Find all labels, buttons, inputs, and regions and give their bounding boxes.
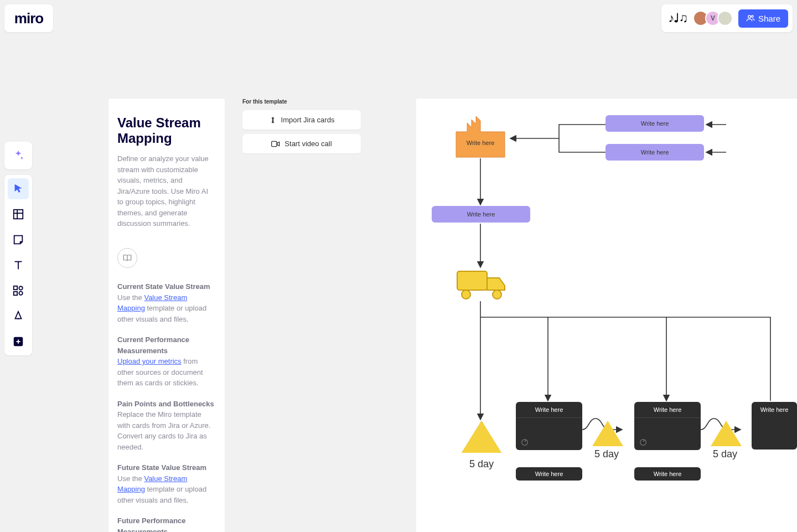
svg-point-14 (19, 286, 22, 290)
shapes-tool[interactable] (8, 280, 29, 301)
guide-card: Current State Value Stream Use the Value… (108, 239, 225, 532)
guide-heading: Future Performance Measurements (117, 515, 216, 532)
select-tool[interactable] (8, 178, 29, 199)
truck-icon[interactable] (456, 268, 507, 303)
dark-node-title[interactable]: Write here (752, 402, 797, 417)
svg-point-2 (462, 290, 470, 299)
svg-point-3 (493, 290, 501, 299)
svg-rect-0 (272, 141, 277, 146)
svg-rect-13 (14, 286, 17, 290)
triangle-node[interactable] (462, 421, 501, 453)
title-card: Value Stream Mapping Define or analyze y… (108, 99, 225, 242)
guide-section: Future State Value Stream Use the Value … (117, 462, 216, 505)
import-jira-button[interactable]: Import Jira cards (242, 110, 361, 130)
dark-node[interactable]: Write here (516, 402, 582, 450)
book-icon (117, 248, 137, 268)
template-actions-label: For this template (242, 99, 361, 105)
guide-section: Current State Value Stream Use the Value… (117, 281, 216, 324)
sticky-tool[interactable] (8, 229, 29, 250)
guide-heading: Current Performance Measurements (117, 334, 216, 356)
guide-heading: Pain Points and Bottlenecks (117, 399, 216, 410)
canvas[interactable]: Value Stream Mapping Define or analyze y… (0, 0, 797, 532)
svg-point-4 (522, 440, 528, 446)
template-actions: For this template Import Jira cards Star… (242, 99, 361, 158)
logo-text: miro (14, 10, 43, 27)
guide-section: Pain Points and Bottlenecks Replace the … (117, 399, 216, 453)
text-tool[interactable] (8, 255, 29, 276)
guide-heading: Current State Value Stream (117, 281, 216, 292)
jira-icon (269, 116, 277, 124)
triangle-node[interactable] (592, 421, 623, 446)
reactions-icon[interactable]: ♪♩♫ (668, 11, 687, 25)
guide-section: Current Performance Measurements Upload … (117, 334, 216, 389)
svg-point-6 (748, 16, 751, 18)
purple-node[interactable]: Write here (605, 115, 704, 132)
factory-node[interactable]: Write here (455, 115, 506, 161)
svg-point-16 (19, 291, 22, 295)
dark-node-sub[interactable]: Write here (516, 467, 582, 481)
dark-node[interactable]: Write here (752, 402, 797, 450)
start-video-button[interactable]: Start video call (242, 134, 361, 153)
duration-label: 5 day (594, 448, 619, 460)
logo[interactable]: miro (4, 4, 53, 32)
template-desc: Define or analyze your value stream with… (117, 153, 216, 229)
more-tool[interactable] (8, 331, 29, 352)
duration-label: 5 day (713, 448, 737, 460)
svg-point-7 (752, 16, 753, 17)
template-title: Value Stream Mapping (117, 115, 216, 146)
dark-node-sub[interactable]: Write here (634, 467, 701, 481)
cycle-icon (520, 438, 529, 447)
guide-section: Future Performance Measurements Upload y… (117, 515, 216, 532)
avatar[interactable] (717, 11, 733, 26)
dark-node[interactable]: Write here (634, 402, 701, 450)
topbar-right: ♪♩♫ V Share (661, 4, 793, 32)
dark-node-title[interactable]: Write here (634, 402, 701, 418)
frame-tool[interactable] (8, 204, 29, 225)
cycle-icon (639, 438, 648, 447)
toolbar (4, 142, 32, 355)
pen-tool[interactable] (8, 306, 29, 327)
svg-rect-8 (14, 210, 23, 219)
people-icon (746, 14, 755, 23)
collaborator-avatars[interactable]: V (693, 11, 733, 26)
duration-label: 5 day (469, 458, 494, 470)
triangle-node[interactable] (711, 421, 742, 446)
svg-rect-1 (457, 271, 487, 290)
share-button[interactable]: Share (738, 9, 788, 28)
dark-node-title[interactable]: Write here (516, 402, 582, 418)
purple-node[interactable]: Write here (605, 144, 704, 161)
guide-link[interactable]: Upload your metrics (117, 357, 182, 365)
guide-heading: Future State Value Stream (117, 462, 216, 473)
svg-rect-15 (14, 292, 17, 295)
factory-label[interactable]: Write here (455, 140, 506, 146)
diagram-area[interactable]: Write here Write here Write here Write h… (416, 99, 797, 532)
svg-point-5 (640, 440, 646, 446)
video-icon (271, 140, 280, 148)
purple-node[interactable]: Write here (432, 206, 530, 223)
ai-tool[interactable] (8, 145, 29, 166)
